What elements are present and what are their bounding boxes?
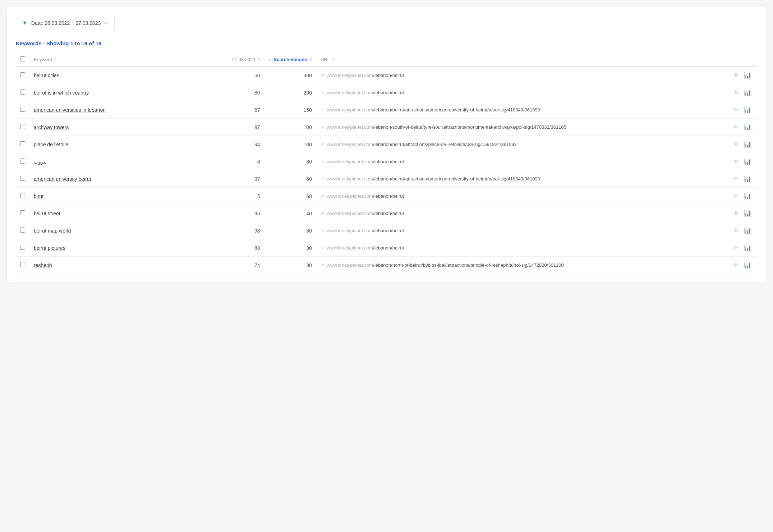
url-path[interactable]: /lebanon/north-of-beirut/byblos-jbail/at… [373, 262, 563, 268]
chart-button[interactable]: 📊 [742, 71, 753, 79]
keyword-cell[interactable]: american universities in lebanon [29, 101, 221, 119]
chart-button[interactable]: 📊 [742, 140, 753, 148]
eye-icon: 👁 [733, 193, 739, 199]
sv-help-icon[interactable]: ? [309, 58, 312, 62]
external-link-icon[interactable]: ↗ [321, 211, 324, 216]
search-volume-cell: 30 [264, 239, 316, 257]
row-checkbox[interactable] [20, 90, 25, 95]
eye-button[interactable]: 👁 [731, 227, 741, 235]
chart-icon: 📊 [744, 159, 751, 165]
chart-button[interactable]: 📊 [742, 106, 753, 114]
search-volume-cell: 200 [264, 84, 316, 101]
url-path[interactable]: /lebanon/beirut [373, 193, 404, 199]
url-path[interactable]: /lebanon/beirut [373, 211, 404, 216]
url-path[interactable]: /lebanon/beirut/attractions/american-uni… [373, 107, 540, 113]
external-link-icon[interactable]: ↗ [321, 142, 324, 147]
keyword-cell[interactable]: beirut street [29, 205, 221, 222]
row-checkbox[interactable] [20, 159, 25, 164]
eye-button[interactable]: 👁 [731, 89, 741, 97]
chart-button[interactable]: 📊 [742, 261, 753, 269]
url-path[interactable]: /lebanon/beirut/attractions/place-de-l-e… [373, 142, 517, 147]
chart-icon: 📊 [744, 262, 751, 268]
external-link-icon[interactable]: ↗ [321, 125, 324, 130]
row-checkbox[interactable] [20, 262, 25, 267]
row-checkbox[interactable] [20, 193, 25, 198]
external-link-icon[interactable]: ↗ [321, 107, 324, 113]
keyword-cell[interactable]: بيروت [29, 153, 221, 170]
search-volume-cell: 150 [264, 101, 316, 119]
url-path[interactable]: /lebanon/beirut/attractions/american-uni… [373, 176, 540, 182]
row-checkbox[interactable] [20, 124, 25, 129]
url-path[interactable]: /lebanon/beirut [373, 159, 404, 164]
eye-button[interactable]: 👁 [731, 106, 741, 114]
url-domain: www.lonelyplanet.com [327, 90, 373, 95]
date-help-icon[interactable]: ? [258, 58, 260, 62]
url-path[interactable]: /lebanon/beirut [373, 228, 404, 233]
url-cell: ↗ www.lonelyplanet.com/lebanon/beirut [316, 153, 727, 170]
eye-button[interactable]: 👁 [731, 141, 741, 148]
external-link-icon[interactable]: ↗ [321, 159, 324, 164]
chart-button[interactable]: 📊 [742, 88, 753, 97]
chart-button[interactable]: 📊 [742, 192, 753, 200]
keyword-cell[interactable]: beirut is in which country [29, 84, 221, 101]
eye-button[interactable]: 👁 [731, 261, 741, 269]
row-checkbox[interactable] [20, 141, 25, 146]
table-row: american universities in lebanon 67 150 … [16, 101, 757, 119]
keyword-cell[interactable]: resheph [29, 257, 221, 274]
external-link-icon[interactable]: ↗ [321, 176, 324, 182]
url-cell: ↗ www.lonelyplanet.com/lebanon/beirut [316, 205, 727, 222]
eye-button[interactable]: 👁 [731, 244, 741, 252]
chart-button[interactable]: 📊 [742, 123, 753, 131]
sort-arrow-icon[interactable]: ↓ [268, 57, 271, 62]
keyword-cell[interactable]: beirut map world [29, 222, 221, 239]
chart-button[interactable]: 📊 [742, 244, 753, 252]
url-cell: ↗ www.lonelyplanet.com/lebanon/north-of-… [316, 257, 727, 274]
url-path[interactable]: /lebanon/beirut [373, 245, 404, 251]
keyword-cell[interactable]: archway towers [29, 119, 221, 136]
row-actions-cell: 👁 📊 [727, 222, 757, 239]
date-value-cell: 50 [221, 66, 264, 84]
url-path[interactable]: /lebanon/beirut [373, 73, 404, 78]
url-help-icon[interactable]: ? [332, 58, 334, 62]
url-domain: www.lonelyplanet.com [327, 124, 373, 130]
row-actions-cell: 👁 📊 [727, 257, 757, 274]
keyword-cell[interactable]: place de l'etoile [29, 136, 221, 153]
keyword-cell[interactable]: birut [29, 188, 221, 205]
eye-button[interactable]: 👁 [731, 175, 741, 183]
keyword-cell[interactable]: beirut pictures [29, 239, 221, 257]
chart-button[interactable]: 📊 [742, 157, 753, 166]
chart-button[interactable]: 📊 [742, 226, 753, 235]
external-link-icon[interactable]: ↗ [321, 228, 324, 233]
row-checkbox[interactable] [20, 228, 25, 233]
eye-button[interactable]: 👁 [731, 210, 741, 217]
external-link-icon[interactable]: ↗ [321, 73, 324, 78]
section-title: Keywords - Showing 1 to 19 of 19 [16, 40, 757, 46]
edit-filter-icon[interactable]: ✏ [104, 20, 109, 26]
external-link-icon[interactable]: ↗ [321, 263, 324, 268]
url-domain: www.lonelyplanet.com [327, 245, 373, 251]
filter-icon: ▼ [22, 20, 28, 26]
row-checkbox[interactable] [20, 107, 25, 112]
url-path[interactable]: /lebanon/south-of-beirut/tyre-sour/attra… [373, 124, 566, 130]
keyword-cell[interactable]: american university beirut [29, 170, 221, 188]
select-all-checkbox[interactable] [20, 56, 25, 61]
external-link-icon[interactable]: ↗ [321, 194, 324, 199]
chart-button[interactable]: 📊 [742, 175, 753, 183]
eye-button[interactable]: 👁 [731, 123, 741, 131]
search-volume-cell: 30 [264, 222, 316, 239]
row-checkbox[interactable] [20, 176, 25, 181]
chart-button[interactable]: 📊 [742, 209, 753, 217]
external-link-icon[interactable]: ↗ [321, 246, 324, 251]
keyword-cell[interactable]: beirut cities [29, 66, 221, 84]
row-checkbox-cell [16, 239, 29, 257]
search-volume-cell: 80 [264, 153, 316, 170]
row-checkbox[interactable] [20, 245, 25, 250]
eye-button[interactable]: 👁 [731, 192, 741, 200]
row-checkbox[interactable] [20, 72, 25, 77]
external-link-icon[interactable]: ↗ [321, 90, 324, 95]
keyword-help-icon[interactable]: ? [54, 58, 56, 62]
eye-button[interactable]: 👁 [731, 72, 741, 79]
eye-button[interactable]: 👁 [731, 158, 741, 166]
url-path[interactable]: /lebanon/beirut [373, 90, 404, 95]
row-checkbox[interactable] [20, 210, 25, 215]
